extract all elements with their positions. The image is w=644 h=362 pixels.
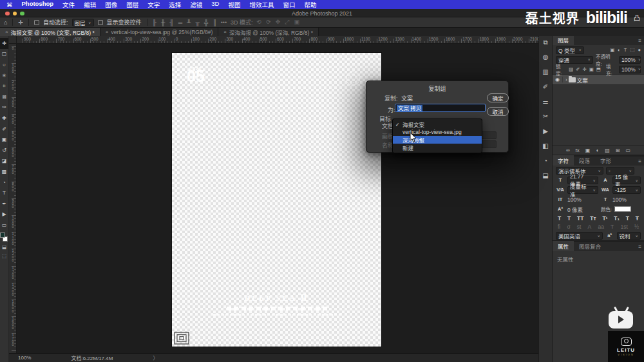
- menu-item[interactable]: 视图: [228, 0, 240, 9]
- frame-tool-icon[interactable]: ⊠: [0, 91, 8, 102]
- dropdown-option[interactable]: ✓ 海报文案: [393, 120, 482, 128]
- brush-tool-icon[interactable]: ✐: [0, 124, 8, 135]
- close-tab-icon[interactable]: ×: [223, 29, 227, 35]
- anti-alias-dropdown[interactable]: 锐利: [617, 232, 641, 240]
- adjustment-layer-icon[interactable]: ◐: [596, 148, 599, 153]
- type-style-icon[interactable]: T₁: [614, 215, 620, 222]
- info-panel-icon[interactable]: ⬓: [542, 173, 548, 179]
- align-icon[interactable]: ╫: [161, 19, 165, 26]
- more-options-icon[interactable]: •••: [221, 19, 227, 26]
- lock-option-icon[interactable]: ✛: [582, 66, 586, 72]
- menu-item[interactable]: 滤镜: [190, 0, 202, 9]
- close-tab-icon[interactable]: ×: [5, 29, 8, 35]
- layer-group-row[interactable]: ◉ › 文案: [553, 74, 644, 85]
- filter-kind-icon[interactable]: ●: [638, 47, 641, 53]
- type-tool-icon[interactable]: T: [0, 187, 8, 198]
- new-layer-icon[interactable]: ⊞: [616, 148, 620, 153]
- tracking-dropdown[interactable]: -125: [612, 186, 641, 194]
- close-tab-icon[interactable]: ×: [106, 29, 109, 35]
- blur-tool-icon[interactable]: ◔: [0, 177, 8, 188]
- filter-kind-icon[interactable]: ⬚: [630, 47, 634, 53]
- filter-kind-icon[interactable]: ◐: [618, 47, 621, 53]
- menu-item[interactable]: 文件: [62, 0, 75, 9]
- home-icon[interactable]: ⌂: [4, 19, 7, 26]
- path-selection-tool-icon[interactable]: ▶: [0, 209, 8, 220]
- type-style-icon[interactable]: Ŧ: [636, 215, 639, 222]
- ok-button[interactable]: 确定: [487, 93, 509, 102]
- navigator-panel-icon[interactable]: ◔: [544, 158, 547, 164]
- align-icon[interactable]: ╨: [187, 19, 191, 26]
- align-icon[interactable]: ║: [213, 19, 216, 26]
- new-group-icon[interactable]: ▤: [605, 148, 610, 153]
- cancel-button[interactable]: 取消: [487, 107, 509, 116]
- dropdown-option[interactable]: 新建: [393, 144, 482, 151]
- panel-menu-icon[interactable]: ≡: [638, 244, 641, 250]
- menu-item[interactable]: 3D: [211, 0, 219, 9]
- shape-tool-icon[interactable]: ▭: [0, 220, 8, 231]
- lasso-tool-icon[interactable]: ○: [0, 59, 8, 70]
- fill-dropdown[interactable]: 100%: [619, 66, 641, 73]
- type-style-icon[interactable]: T: [558, 215, 561, 222]
- styles-panel-icon[interactable]: ◧: [542, 143, 548, 149]
- character-panel-tab[interactable]: 段落: [574, 155, 595, 166]
- layer-effects-icon[interactable]: fx: [576, 148, 580, 153]
- adjustments-panel-icon[interactable]: ⚌: [543, 99, 549, 105]
- horizontal-scale-field[interactable]: 100%: [612, 196, 641, 203]
- delete-layer-icon[interactable]: ▭: [626, 148, 631, 153]
- layer-group-name[interactable]: 文案: [577, 76, 588, 84]
- clone-stamp-tool-icon[interactable]: ▣: [0, 134, 8, 145]
- baseline-shift-field[interactable]: 0 像素: [567, 205, 598, 213]
- ruler-origin-corner[interactable]: [9, 36, 17, 44]
- pen-tool-icon[interactable]: ✒: [0, 198, 8, 209]
- type-style-icon[interactable]: Tт: [590, 215, 596, 222]
- align-icon[interactable]: ╬: [204, 19, 208, 26]
- properties-panel-tab[interactable]: 图层复合: [574, 241, 606, 251]
- type-style-icon[interactable]: T¹: [602, 215, 607, 222]
- type-style-icon[interactable]: T: [626, 215, 629, 222]
- quick-selection-tool-icon[interactable]: ✳: [0, 70, 8, 81]
- lock-option-icon[interactable]: ▨: [569, 66, 573, 72]
- brush-settings-panel-icon[interactable]: ✐: [543, 84, 548, 90]
- tools-panel-icon[interactable]: ✂: [543, 113, 548, 120]
- align-icon[interactable]: ═: [178, 19, 182, 26]
- type-style-icon[interactable]: T: [567, 215, 571, 222]
- menu-item[interactable]: 文字: [147, 0, 160, 9]
- menu-item[interactable]: Photoshop: [22, 0, 54, 9]
- leading-dropdown[interactable]: 15 像素: [612, 176, 641, 184]
- align-icon[interactable]: ╟: [153, 19, 156, 26]
- auto-select-dropdown[interactable]: 图层: [72, 19, 94, 26]
- type-style-icon[interactable]: TT: [577, 215, 583, 222]
- color-panel-icon[interactable]: ◍: [543, 54, 549, 61]
- panel-menu-icon[interactable]: ≡: [638, 38, 641, 44]
- layer-mask-icon[interactable]: ▣: [585, 148, 591, 153]
- align-icon[interactable]: ╢: [169, 19, 173, 26]
- language-dropdown[interactable]: 美国英语: [556, 232, 603, 240]
- auto-select-checkbox[interactable]: [34, 20, 39, 25]
- healing-brush-tool-icon[interactable]: ✚: [0, 113, 8, 124]
- group-expand-icon[interactable]: ›: [565, 77, 567, 83]
- history-brush-tool-icon[interactable]: ↺: [0, 145, 8, 156]
- lock-option-icon[interactable]: ✐: [576, 66, 580, 72]
- crop-tool-icon[interactable]: ⌗: [0, 81, 8, 91]
- lock-option-icon[interactable]: ⬒: [596, 66, 601, 72]
- menu-item[interactable]: 选择: [169, 0, 181, 9]
- actions-panel-icon[interactable]: ▶: [543, 128, 548, 135]
- panel-menu-icon[interactable]: ≡: [638, 158, 641, 164]
- tab-layers[interactable]: 图层: [553, 35, 574, 45]
- eyedropper-tool-icon[interactable]: ✑: [0, 102, 8, 113]
- link-layers-icon[interactable]: ∞: [566, 148, 570, 153]
- show-transform-checkbox[interactable]: [98, 20, 103, 25]
- layer-visibility-icon[interactable]: ◉: [553, 77, 563, 82]
- opacity-dropdown[interactable]: 100%: [619, 56, 641, 64]
- layer-filter-dropdown[interactable]: Q 类型: [556, 46, 584, 54]
- dropdown-option[interactable]: vertical-top-view-sea.jpg: [393, 128, 482, 136]
- menu-item[interactable]: 窗口: [283, 0, 295, 9]
- clipboard-panel-icon[interactable]: ⧉: [543, 39, 547, 46]
- menu-item[interactable]: 图像: [105, 0, 117, 9]
- poster-canvas[interactable]: 2021 05 DEEP SEA Ⅱ: [172, 53, 381, 347]
- align-icon[interactable]: ╥: [195, 19, 199, 26]
- character-panel-tab[interactable]: 字符: [553, 155, 574, 166]
- document-tab[interactable]: × 深海海报 @ 100% (深海, RGB/8) *: [218, 28, 319, 36]
- menu-item[interactable]: 编辑: [84, 0, 96, 9]
- apple-menu-icon[interactable]: ⌘: [6, 1, 13, 8]
